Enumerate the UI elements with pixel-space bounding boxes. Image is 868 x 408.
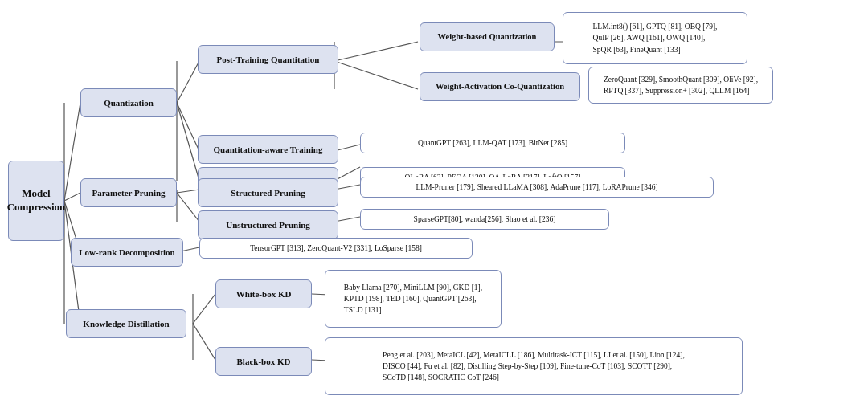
svg-line-9 — [334, 42, 418, 61]
kd-label: Knowledge Distillation — [83, 318, 169, 329]
bbkd-text: Peng et al. [203], MetaICL [42], MetaICL… — [325, 337, 743, 395]
quantization-label: Quantization — [104, 97, 154, 108]
svg-line-23 — [193, 324, 215, 360]
wbkd-text-content: Baby Llama [270], MiniLLM [90], GKD [1],… — [344, 282, 482, 316]
lowrank-box: Low-rank Decomposition — [71, 238, 183, 267]
kd-box: Knowledge Distillation — [66, 309, 186, 338]
wbkd-text: Baby Llama [270], MiniLLM [90], GKD [1],… — [325, 270, 502, 328]
struct-text-content: LLM-Pruner [179], Sheared LLaMA [308], A… — [416, 182, 657, 193]
lowrank-text: TensorGPT [313], ZeroQuant-V2 [331], LoS… — [199, 238, 473, 259]
qat-box: Quantitation-aware Training — [198, 135, 338, 164]
unstruct-label: Unstructured Pruning — [226, 219, 310, 231]
ptq-box: Post-Training Quantitation — [198, 45, 338, 74]
wbq-text: LLM.int8() [61], GPTQ [81], OBQ [79], Qu… — [563, 12, 747, 64]
struct-box: Structured Pruning — [198, 178, 338, 207]
ptq-label: Post-Training Quantitation — [217, 54, 320, 65]
struct-text: LLM-Pruner [179], Sheared LLaMA [308], A… — [360, 177, 714, 198]
qat-text: QuantGPT [263], LLM-QAT [173], BitNet [2… — [360, 133, 625, 153]
pruning-label: Parameter Pruning — [92, 187, 165, 198]
lowrank-text-content: TensorGPT [313], ZeroQuant-V2 [331], LoS… — [250, 243, 422, 254]
unstruct-box: Unstructured Pruning — [198, 210, 338, 239]
svg-line-10 — [334, 61, 418, 89]
bbkd-label: Black-box KD — [237, 356, 291, 367]
bbkd-box: Black-box KD — [215, 347, 312, 376]
bbkd-text-content: Peng et al. [203], MetaICL [42], MetaICL… — [383, 349, 685, 384]
wacq-text: ZeroQuant [329], SmoothQuant [309], OliV… — [588, 67, 773, 104]
svg-line-22 — [193, 294, 215, 324]
wbkd-box: White-box KD — [215, 279, 312, 308]
qat-text-content: QuantGPT [263], LLM-QAT [173], BitNet [2… — [418, 137, 567, 149]
unstruct-text: SparseGPT[80], wanda[256], Shao et al. [… — [360, 209, 609, 230]
root-label: Model Compression — [7, 187, 66, 214]
wbq-box: Weight-based Quantization — [420, 22, 555, 51]
svg-line-0 — [64, 103, 80, 201]
root-box: Model Compression — [8, 161, 64, 241]
svg-line-7 — [177, 103, 199, 181]
qat-label: Quantitation-aware Training — [214, 144, 323, 155]
wbq-label: Weight-based Quantization — [438, 31, 537, 43]
wacq-text-content: ZeroQuant [329], SmoothQuant [309], OliV… — [604, 74, 758, 97]
svg-line-6 — [177, 103, 199, 151]
svg-line-5 — [177, 61, 199, 103]
svg-line-17 — [177, 193, 199, 222]
wbkd-label: White-box KD — [236, 288, 292, 300]
svg-line-1 — [64, 193, 80, 201]
svg-line-16 — [177, 190, 199, 193]
struct-label: Structured Pruning — [231, 187, 305, 198]
wbq-text-content: LLM.int8() [61], GPTQ [81], OBQ [79], Qu… — [593, 21, 718, 55]
lowrank-label: Low-rank Decomposition — [79, 247, 174, 258]
wacq-label: Weight-Activation Co-Quantization — [436, 81, 564, 92]
quantization-box: Quantization — [80, 88, 177, 117]
diagram: Model Compression Quantization Parameter… — [0, 0, 868, 408]
wacq-box: Weight-Activation Co-Quantization — [420, 72, 580, 101]
unstruct-text-content: SparseGPT[80], wanda[256], Shao et al. [… — [414, 214, 556, 225]
pruning-box: Parameter Pruning — [80, 178, 177, 207]
